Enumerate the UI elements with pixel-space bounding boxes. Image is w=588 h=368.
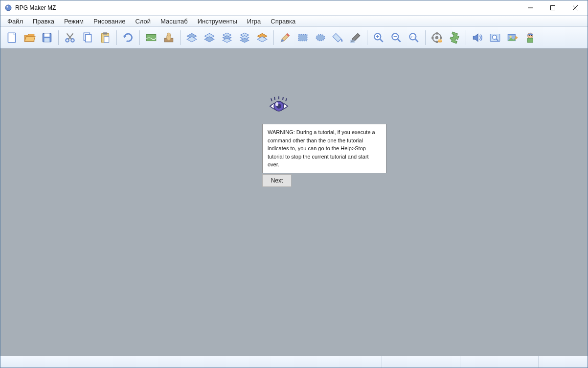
menu-layer[interactable]: Слой [130, 17, 156, 26]
svg-point-52 [531, 35, 532, 36]
svg-line-34 [415, 39, 418, 42]
svg-point-43 [438, 39, 442, 41]
copy-button[interactable] [79, 29, 96, 46]
sound-test-button[interactable] [469, 29, 486, 46]
toolbar-separator [273, 30, 274, 45]
resource-manager-button[interactable] [504, 29, 521, 46]
cut-button[interactable] [62, 29, 78, 46]
status-cell-3 [460, 356, 539, 368]
open-project-button[interactable] [21, 29, 38, 46]
svg-point-24 [316, 34, 324, 41]
svg-rect-15 [86, 34, 91, 42]
svg-rect-41 [440, 36, 442, 38]
menu-mode[interactable]: Режим [59, 17, 89, 26]
rectangle-button[interactable] [294, 29, 311, 46]
workspace: WARNING: During a tutorial, if you execu… [0, 48, 588, 356]
menu-tools[interactable]: Инструменты [193, 17, 242, 26]
status-cell-2 [382, 356, 460, 368]
toolbar-separator [367, 30, 367, 45]
menubar: Файл Правка Режим Рисование Слой Масштаб… [0, 15, 588, 27]
statusbar [0, 356, 588, 368]
layer3-button[interactable] [219, 29, 235, 46]
map-mode-button[interactable] [143, 29, 159, 46]
svg-rect-50 [528, 38, 533, 43]
menu-edit[interactable]: Правка [28, 17, 59, 26]
toolbar: 1:1 [0, 27, 588, 48]
menu-help[interactable]: Справка [266, 17, 300, 26]
layer2-button[interactable] [201, 29, 218, 46]
toolbar-separator [116, 30, 117, 45]
menu-draw[interactable]: Рисование [89, 17, 130, 26]
status-cell-1 [0, 356, 382, 368]
svg-point-1 [7, 6, 8, 8]
svg-rect-39 [436, 41, 438, 43]
flood-fill-button[interactable] [330, 29, 346, 46]
tutorial-popup: WARNING: During a tutorial, if you execu… [262, 95, 386, 187]
zoom-in-button[interactable] [370, 29, 387, 46]
main-window: RPG Maker MZ Файл Правка Режим Рисование… [0, 0, 588, 368]
tutorial-eye-icon [267, 95, 291, 115]
titlebar: RPG Maker MZ [0, 0, 588, 15]
svg-rect-8 [45, 33, 50, 37]
svg-point-48 [510, 35, 512, 37]
toolbar-separator [425, 30, 426, 45]
svg-point-37 [435, 36, 439, 39]
tutorial-message: WARNING: During a tutorial, if you execu… [262, 124, 386, 173]
window-title: RPG Maker MZ [15, 4, 56, 11]
actual-size-button[interactable]: 1:1 [406, 29, 422, 46]
toolbar-separator [58, 30, 59, 45]
svg-point-51 [529, 35, 530, 36]
status-cell-4 [539, 356, 588, 368]
svg-line-31 [398, 39, 400, 42]
svg-point-55 [275, 102, 278, 106]
svg-text:1:1: 1:1 [410, 35, 415, 39]
app-icon [4, 4, 12, 12]
svg-rect-18 [104, 36, 109, 42]
region-layer-button[interactable] [254, 29, 271, 46]
paste-button[interactable] [97, 29, 113, 46]
event-mode-button[interactable] [160, 29, 177, 46]
character-generator-button[interactable] [522, 29, 539, 46]
layer4-button[interactable] [236, 29, 253, 46]
layer1-button[interactable] [183, 29, 200, 46]
svg-rect-23 [298, 34, 307, 41]
toolbar-separator [466, 30, 466, 45]
pencil-button[interactable] [277, 29, 294, 46]
save-project-button[interactable] [39, 29, 55, 46]
close-button[interactable] [564, 0, 587, 15]
svg-rect-25 [350, 40, 355, 43]
svg-line-27 [380, 39, 383, 42]
toolbar-separator [139, 30, 140, 45]
menu-scale[interactable]: Масштаб [156, 17, 193, 26]
maximize-button[interactable] [542, 0, 564, 15]
ellipse-button[interactable] [312, 29, 329, 46]
plugin-manager-button[interactable] [446, 29, 463, 46]
minimize-button[interactable] [519, 0, 542, 15]
svg-rect-9 [45, 38, 50, 42]
database-button[interactable] [429, 29, 445, 46]
menu-file[interactable]: Файл [2, 17, 28, 26]
menu-game[interactable]: Игра [242, 17, 266, 26]
svg-point-0 [5, 5, 11, 11]
svg-rect-38 [436, 32, 438, 34]
shadow-pen-button[interactable] [347, 29, 364, 46]
undo-button[interactable] [120, 29, 136, 46]
svg-rect-40 [431, 36, 433, 38]
zoom-out-button[interactable] [388, 29, 405, 46]
window-controls [519, 0, 587, 15]
svg-rect-3 [551, 6, 555, 10]
toolbar-separator [180, 30, 181, 45]
tutorial-next-button[interactable]: Next [262, 174, 292, 187]
event-searcher-button[interactable] [487, 29, 503, 46]
svg-rect-17 [103, 32, 108, 34]
new-project-button[interactable] [3, 29, 20, 46]
svg-point-22 [167, 33, 171, 36]
svg-point-45 [493, 35, 497, 39]
